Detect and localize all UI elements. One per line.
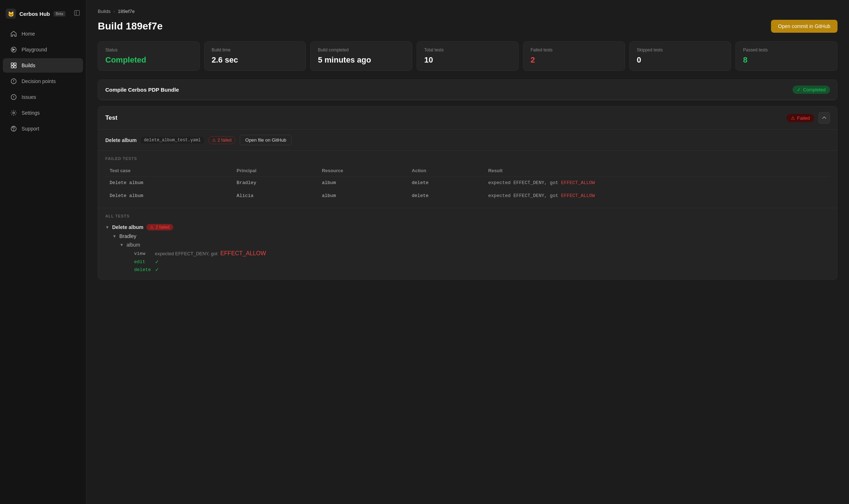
check-icon: ✓ (155, 259, 159, 265)
stat-total-tests-label: Total tests (424, 47, 511, 52)
cell-principal: Alicia (232, 189, 317, 202)
group-failed-count: 2 failed (156, 225, 170, 230)
stat-failed-tests-label: Failed tests (531, 47, 618, 52)
stat-skipped-tests-label: Skipped tests (637, 47, 724, 52)
test-section-header: Test ⚠ Failed (98, 106, 837, 130)
support-icon (10, 125, 17, 132)
sidebar-item-builds[interactable]: Builds (3, 58, 83, 73)
decision-points-icon (10, 78, 17, 85)
test-section: Test ⚠ Failed Delete album delete_album_… (98, 106, 837, 280)
sidebar-item-home-label: Home (22, 31, 35, 37)
warning-badge-icon: ⚠ (150, 225, 154, 230)
svg-rect-7 (11, 66, 13, 68)
all-tests-section: ALL TESTS ▼ Delete album ⚠ 2 failed ▼ Br… (98, 208, 837, 279)
breadcrumb: Builds › 189ef7e (98, 9, 837, 14)
stat-build-time-value: 2.6 sec (212, 55, 299, 65)
cell-action: delete (408, 177, 484, 189)
col-test-case: Test case (105, 165, 232, 177)
all-tests-label: ALL TESTS (105, 214, 830, 218)
breadcrumb-separator: › (113, 9, 115, 14)
cell-result: expected EFFECT_DENY, got EFFECT_ALLOW (484, 177, 830, 189)
cell-action: delete (408, 189, 484, 202)
principal-name: Bradley (119, 233, 136, 239)
svg-rect-6 (14, 63, 16, 65)
cell-result: expected EFFECT_DENY, got EFFECT_ALLOW (484, 189, 830, 202)
sidebar-item-support[interactable]: Support (3, 122, 83, 136)
warning-icon: ⚠ (791, 115, 795, 121)
issues-icon (10, 93, 17, 101)
sidebar-item-decision-points[interactable]: Decision points (3, 74, 83, 88)
tree-resource-album: ▼ album (120, 240, 830, 249)
builds-icon (10, 62, 17, 69)
sidebar-item-home[interactable]: Home (3, 27, 83, 41)
cell-resource: album (317, 189, 407, 202)
group-failed-badge: ⚠ 2 failed (146, 224, 173, 230)
stat-total-tests-value: 10 (424, 55, 511, 65)
chevron-down-icon[interactable]: ▼ (113, 234, 116, 238)
test-section-actions: ⚠ Failed (786, 112, 830, 124)
stat-build-completed-label: Build completed (318, 47, 405, 52)
main-content: Builds › 189ef7e Build 189ef7e Open comm… (86, 0, 849, 504)
col-result: Result (484, 165, 830, 177)
cell-test-case: Delete album (105, 189, 232, 202)
failed-tests-section: FAILED TESTS Test case Principal Resourc… (98, 151, 837, 208)
failed-count-badge: ⚠ 2 failed (208, 136, 236, 144)
chevron-down-icon[interactable]: ▼ (105, 225, 109, 229)
cell-test-case: Delete album (105, 177, 232, 189)
sidebar-item-settings-label: Settings (22, 110, 40, 116)
sidebar-item-builds-label: Builds (22, 63, 35, 68)
warning-small-icon: ⚠ (212, 138, 216, 143)
col-action: Action (408, 165, 484, 177)
sidebar-item-decision-label: Decision points (22, 78, 56, 84)
page-title: Build 189ef7e (98, 20, 163, 32)
stat-failed-tests-value: 2 (531, 55, 618, 65)
svg-point-10 (13, 112, 15, 114)
open-file-github-button[interactable]: Open file on GitHub (240, 135, 292, 145)
test-section-title: Test (105, 114, 118, 122)
app-name: Cerbos Hub (19, 11, 50, 17)
cerbos-logo-icon: 🐱 (6, 9, 16, 19)
compile-section-header: Compile Cerbos PDP Bundle ✓ Completed (98, 80, 837, 100)
stat-build-completed: Build completed 5 minutes ago (310, 41, 412, 71)
test-result-view: view expected EFFECT_DENY, got EFFECT_AL… (134, 249, 830, 258)
sidebar-item-issues[interactable]: Issues (3, 90, 83, 104)
test-result-edit: edit ✓ (134, 258, 830, 266)
tree-group-delete-album: ▼ Delete album ⚠ 2 failed (105, 223, 830, 232)
stat-skipped-tests: Skipped tests 0 (629, 41, 731, 71)
stat-status-label: Status (105, 47, 192, 52)
breadcrumb-builds[interactable]: Builds (98, 9, 110, 14)
stat-passed-tests-label: Passed tests (743, 47, 830, 52)
sidebar-item-playground[interactable]: Playground (3, 42, 83, 57)
test-status-badge: ⚠ Failed (786, 114, 814, 122)
col-resource: Resource (317, 165, 407, 177)
chevron-down-icon[interactable]: ▼ (120, 243, 124, 247)
sidebar: 🐱 Cerbos Hub Beta Home Playground (0, 0, 86, 504)
page-header: Build 189ef7e Open commit in GitHub (98, 20, 837, 33)
sidebar-item-settings[interactable]: Settings (3, 106, 83, 120)
settings-icon (10, 109, 17, 116)
file-name: Delete album (105, 137, 137, 143)
sidebar-item-playground-label: Playground (22, 47, 47, 52)
playground-icon (10, 46, 17, 53)
collapse-button[interactable] (818, 112, 830, 124)
failed-tests-table: Test case Principal Resource Action Resu… (105, 165, 830, 202)
sidebar-item-issues-label: Issues (22, 94, 36, 100)
cell-resource: album (317, 177, 407, 189)
check-icon: ✓ (797, 87, 801, 92)
stat-build-time-label: Build time (212, 47, 299, 52)
file-row: Delete album delete_album_test.yaml ⚠ 2 … (98, 130, 837, 151)
breadcrumb-current: 189ef7e (118, 9, 135, 14)
open-commit-button[interactable]: Open commit in GitHub (771, 20, 838, 33)
stat-passed-tests: Passed tests 8 (735, 41, 837, 71)
svg-rect-2 (74, 10, 79, 15)
svg-text:🐱: 🐱 (8, 11, 14, 17)
stat-failed-tests: Failed tests 2 (523, 41, 625, 71)
home-icon (10, 30, 17, 37)
layout-toggle-icon[interactable] (74, 10, 80, 18)
check-icon: ✓ (155, 267, 159, 272)
group-name: Delete album (112, 224, 143, 230)
sidebar-item-support-label: Support (22, 126, 39, 132)
action-view: view (134, 251, 152, 256)
stats-row: Status Completed Build time 2.6 sec Buil… (98, 41, 837, 71)
logo-area: 🐱 Cerbos Hub Beta (0, 6, 86, 26)
